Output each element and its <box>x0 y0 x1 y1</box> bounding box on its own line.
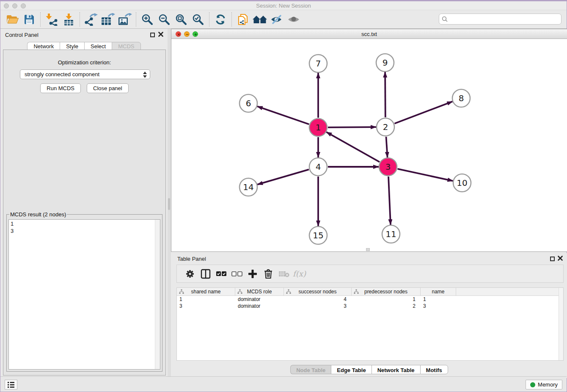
graph-edge-3-10[interactable] <box>398 169 453 181</box>
graph-node-2[interactable]: 2 <box>377 118 394 136</box>
add-column-icon[interactable] <box>245 267 260 281</box>
graph-edge-2-9[interactable] <box>385 72 385 117</box>
table-float-panel-icon[interactable] <box>550 257 555 261</box>
graph-node-4[interactable]: 4 <box>309 158 327 176</box>
table-tabs: Node Table Edge Table Network Table Moti… <box>171 365 567 374</box>
column-header-successor-nodes[interactable]: successor nodes <box>284 288 352 295</box>
delete-table-icon[interactable] <box>276 267 292 281</box>
network-canvas[interactable]: 1234678910111415 <box>171 39 567 251</box>
home-icon[interactable] <box>251 12 268 27</box>
app-window: Session: New Session <box>0 0 567 392</box>
tree-icon <box>286 289 291 294</box>
import-network-icon[interactable] <box>43 12 60 27</box>
graph-edge-3-11[interactable] <box>388 177 391 225</box>
table-vertical-scrollbar[interactable] <box>559 288 563 360</box>
tab-edge-table[interactable]: Edge Table <box>331 365 371 374</box>
search-icon <box>442 16 448 22</box>
graph-edge-2-8[interactable] <box>395 102 453 124</box>
mcds-result-text[interactable]: 1 3 <box>8 219 160 370</box>
show-all-icon[interactable] <box>285 12 302 27</box>
table-row[interactable]: 3 dominator 3 2 3 <box>177 303 563 309</box>
tab-select[interactable]: Select <box>84 42 112 50</box>
tab-motifs[interactable]: Motifs <box>420 365 448 374</box>
column-header-predecessor-nodes[interactable]: predecessor nodes <box>352 288 421 295</box>
delete-column-trash-icon[interactable] <box>260 267 276 281</box>
main-area: Control Panel Network Style Select MCDS … <box>0 29 567 378</box>
control-panel: Control Panel Network Style Select MCDS … <box>0 29 168 378</box>
table-row[interactable]: 1 dominator 4 1 1 <box>177 296 563 303</box>
search-input[interactable] <box>439 14 561 25</box>
control-panel-tabs: Network Style Select MCDS <box>0 42 168 50</box>
graph-node-14[interactable]: 14 <box>239 178 257 196</box>
app-title: Session: New Session <box>0 3 567 9</box>
close-panel-icon[interactable] <box>158 32 163 37</box>
show-column-panel-icon[interactable] <box>198 267 213 281</box>
graph-edge-2-3[interactable] <box>386 137 388 157</box>
tab-network-table[interactable]: Network Table <box>372 365 420 374</box>
graph-node-8[interactable]: 8 <box>452 89 470 107</box>
select-all-rows-icon[interactable] <box>213 267 229 281</box>
table-settings-gear-icon[interactable] <box>182 267 198 281</box>
graph-node-7[interactable]: 7 <box>309 55 327 72</box>
svg-text:6: 6 <box>246 98 251 108</box>
zoom-fit-icon[interactable] <box>173 12 190 27</box>
dropdown-stepper-icon <box>143 72 147 78</box>
dropdown-value: strongly connected component <box>25 71 99 77</box>
export-network-icon[interactable] <box>83 12 99 27</box>
graph-edge-1-6[interactable] <box>257 106 309 124</box>
function-builder-icon[interactable]: f(x) <box>292 267 307 281</box>
zoom-in-icon[interactable] <box>139 12 156 27</box>
tab-network[interactable]: Network <box>27 42 60 50</box>
svg-text:7: 7 <box>316 58 321 69</box>
memory-label: Memory <box>538 381 558 388</box>
float-panel-icon[interactable] <box>150 33 155 37</box>
table-toolbar: f(x) <box>176 265 564 283</box>
canvas-resize-grip[interactable] <box>366 248 370 251</box>
mcds-result-scrollbar[interactable] <box>155 220 160 369</box>
optimization-criterion-dropdown[interactable]: strongly connected component <box>20 69 150 79</box>
toolbar-separator <box>136 12 136 27</box>
svg-text:14: 14 <box>243 182 253 192</box>
column-header-shared-name[interactable]: shared name <box>177 288 235 295</box>
network-view-window: scc.txt 1234678910111415 <box>171 29 567 252</box>
svg-text:2: 2 <box>383 122 388 132</box>
graph-edge-4-14[interactable] <box>257 169 309 185</box>
panel-split-divider[interactable] <box>168 29 171 378</box>
graph-node-6[interactable]: 6 <box>239 94 257 112</box>
tree-icon <box>179 289 184 294</box>
tab-style[interactable]: Style <box>60 42 84 50</box>
refresh-view-icon[interactable] <box>212 12 229 27</box>
control-panel-title: Control Panel <box>5 32 39 38</box>
export-table-icon[interactable] <box>99 12 116 27</box>
table-close-panel-icon[interactable] <box>558 256 563 261</box>
task-history-button[interactable] <box>5 380 17 389</box>
graph-node-3[interactable]: 3 <box>379 158 397 176</box>
memory-button[interactable]: Memory <box>526 380 562 389</box>
tab-mcds[interactable]: MCDS <box>112 42 140 50</box>
graph-edge-1-2[interactable] <box>328 127 376 127</box>
import-table-icon[interactable] <box>60 12 77 27</box>
tree-icon <box>354 289 359 294</box>
run-mcds-button[interactable]: Run MCDS <box>40 83 81 93</box>
graph-edge-3-1[interactable] <box>326 132 380 162</box>
save-session-icon[interactable] <box>21 12 38 27</box>
svg-text:9: 9 <box>383 58 388 68</box>
close-panel-button[interactable]: Close panel <box>87 83 129 93</box>
graph-node-9[interactable]: 9 <box>376 54 394 72</box>
open-session-icon[interactable] <box>4 12 21 27</box>
clone-network-icon[interactable] <box>234 12 251 27</box>
column-header-mcds-role[interactable]: MCDS role <box>235 288 284 295</box>
graph-node-15[interactable]: 15 <box>309 226 327 244</box>
tab-node-table[interactable]: Node Table <box>290 365 331 374</box>
export-image-icon[interactable] <box>116 12 133 27</box>
status-bar: Memory <box>0 376 567 392</box>
column-header-name[interactable]: name <box>421 288 456 295</box>
graph-node-10[interactable]: 10 <box>453 174 471 192</box>
hide-selected-icon[interactable] <box>268 12 285 27</box>
zoom-out-icon[interactable] <box>156 12 173 27</box>
graph-node-1[interactable]: 1 <box>309 119 327 136</box>
toolbar-separator <box>80 12 80 27</box>
graph-node-11[interactable]: 11 <box>382 225 400 243</box>
deselect-all-rows-icon[interactable] <box>229 267 245 281</box>
zoom-selected-icon[interactable] <box>190 12 206 27</box>
